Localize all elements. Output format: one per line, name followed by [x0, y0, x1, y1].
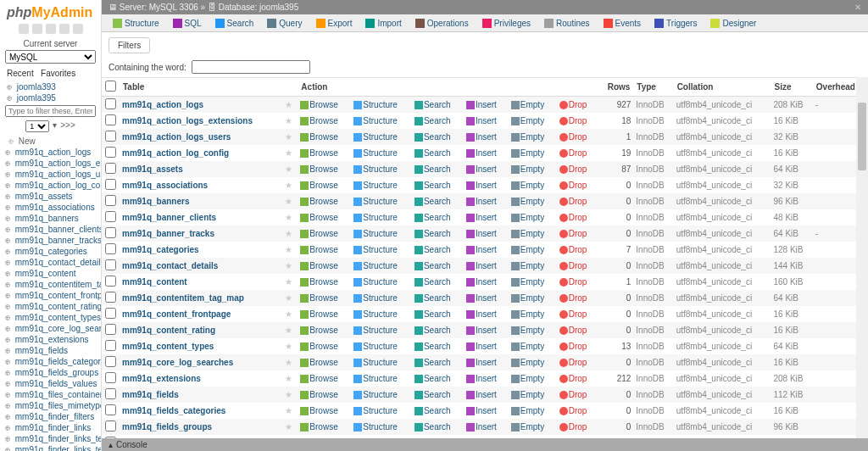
tree-table[interactable]: ⊕ mm91q_action_logs_users — [2, 169, 101, 180]
row-checkbox[interactable] — [105, 356, 116, 367]
tree-table[interactable]: ⊕ mm91q_action_logs_exten — [2, 158, 101, 169]
empty-action[interactable]: Empty — [511, 213, 544, 222]
insert-action[interactable]: Insert — [466, 277, 497, 287]
insert-action[interactable]: Insert — [466, 390, 497, 399]
star-icon[interactable]: ★ — [285, 326, 292, 335]
breadcrumb-db[interactable]: Database: joomla395 — [219, 3, 299, 12]
tree-table[interactable]: ⊕ mm91q_associations — [2, 202, 101, 213]
drop-action[interactable]: Drop — [559, 406, 587, 415]
search-action[interactable]: Search — [415, 197, 451, 206]
browse-action[interactable]: Browse — [300, 245, 337, 254]
empty-action[interactable]: Empty — [511, 197, 544, 206]
table-name-link[interactable]: mm91q_contentitem_tag_map — [122, 293, 244, 303]
structure-action[interactable]: Structure — [353, 229, 398, 238]
browse-action[interactable]: Browse — [300, 374, 337, 383]
table-name-link[interactable]: mm91q_content_rating — [122, 326, 215, 335]
empty-action[interactable]: Empty — [511, 293, 544, 303]
star-icon[interactable]: ★ — [285, 261, 292, 270]
browse-action[interactable]: Browse — [300, 422, 337, 432]
star-icon[interactable]: ★ — [285, 229, 292, 238]
structure-action[interactable]: Structure — [353, 326, 398, 335]
star-icon[interactable]: ★ — [285, 309, 292, 319]
empty-action[interactable]: Empty — [511, 277, 544, 287]
scrollbar-thumb[interactable] — [858, 103, 866, 170]
docs-icon[interactable] — [46, 24, 56, 34]
row-checkbox[interactable] — [105, 276, 116, 287]
tab-triggers[interactable]: Triggers — [648, 16, 703, 30]
table-name-link[interactable]: mm91q_content_frontpage — [122, 309, 231, 319]
tree-table[interactable]: ⊕ mm91q_content_rating — [2, 301, 101, 312]
search-action[interactable]: Search — [415, 229, 451, 238]
star-icon[interactable]: ★ — [285, 342, 292, 351]
drop-action[interactable]: Drop — [559, 245, 587, 254]
table-name-link[interactable]: mm91q_fields_groups — [122, 422, 212, 432]
browse-action[interactable]: Browse — [300, 116, 337, 125]
col-size[interactable]: Size — [771, 78, 812, 97]
tree-table[interactable]: ⊕ mm91q_action_logs — [2, 147, 101, 158]
reload-icon[interactable] — [73, 24, 83, 34]
insert-action[interactable]: Insert — [466, 229, 497, 238]
drop-action[interactable]: Drop — [559, 374, 587, 383]
drop-action[interactable]: Drop — [559, 293, 587, 303]
star-icon[interactable]: ★ — [285, 245, 292, 254]
tree-table[interactable]: ⊕ mm91q_action_log_config — [2, 180, 101, 191]
tree-db[interactable]: ⊕ joomla393 — [0, 81, 101, 92]
filters-chip[interactable]: Filters — [108, 37, 150, 53]
favorites-link[interactable]: Favorites — [41, 69, 75, 78]
tree-table[interactable]: ⊕ mm91q_files_containers — [2, 389, 101, 400]
browse-action[interactable]: Browse — [300, 100, 337, 109]
empty-action[interactable]: Empty — [511, 326, 544, 335]
structure-action[interactable]: Structure — [353, 374, 398, 383]
row-checkbox[interactable] — [105, 340, 116, 351]
structure-action[interactable]: Structure — [353, 422, 398, 432]
structure-action[interactable]: Structure — [353, 293, 398, 303]
browse-action[interactable]: Browse — [300, 309, 337, 319]
drop-action[interactable]: Drop — [559, 181, 587, 190]
empty-action[interactable]: Empty — [511, 309, 544, 319]
table-name-link[interactable]: mm91q_associations — [122, 181, 208, 190]
col-type[interactable]: Type — [633, 78, 673, 97]
empty-action[interactable]: Empty — [511, 390, 544, 399]
table-name-link[interactable]: mm91q_assets — [122, 164, 183, 174]
browse-action[interactable]: Browse — [300, 148, 337, 158]
col-collation[interactable]: Collation — [674, 78, 771, 97]
row-checkbox[interactable] — [105, 420, 116, 432]
search-action[interactable]: Search — [415, 358, 451, 367]
table-name-link[interactable]: mm91q_banner_tracks — [122, 229, 214, 238]
star-icon[interactable]: ★ — [285, 293, 292, 303]
search-action[interactable]: Search — [415, 374, 451, 383]
browse-action[interactable]: Browse — [300, 132, 337, 142]
drop-action[interactable]: Drop — [559, 358, 587, 367]
tree-table[interactable]: ⊕ mm91q_contact_details — [2, 257, 101, 268]
table-name-link[interactable]: mm91q_content_types — [122, 342, 214, 351]
empty-action[interactable]: Empty — [511, 245, 544, 254]
tree-table[interactable]: ⊕ mm91q_categories — [2, 246, 101, 257]
row-checkbox[interactable] — [105, 98, 116, 109]
empty-action[interactable]: Empty — [511, 164, 544, 174]
server-select[interactable]: MySQL — [5, 50, 96, 64]
tree-table[interactable]: ⊕ mm91q_extensions — [2, 334, 101, 345]
structure-action[interactable]: Structure — [353, 197, 398, 206]
drop-action[interactable]: Drop — [559, 326, 587, 335]
tree-table[interactable]: ⊕ mm91q_fields_groups — [2, 367, 101, 378]
row-checkbox[interactable] — [105, 388, 116, 399]
row-checkbox[interactable] — [105, 195, 116, 206]
tab-sql[interactable]: SQL — [167, 16, 208, 30]
search-action[interactable]: Search — [415, 261, 451, 270]
settings-icon[interactable] — [59, 24, 70, 34]
search-action[interactable]: Search — [415, 213, 451, 222]
browse-action[interactable]: Browse — [300, 213, 337, 222]
browse-action[interactable]: Browse — [300, 358, 337, 367]
tree-db[interactable]: ⊕ joomla395 — [0, 92, 101, 103]
row-checkbox[interactable] — [105, 292, 116, 303]
tab-export[interactable]: Export — [310, 16, 359, 30]
page-next[interactable]: >>> — [60, 120, 75, 132]
tree-table[interactable]: ⊕ mm91q_files_mimetypes — [2, 400, 101, 411]
tab-operations[interactable]: Operations — [409, 16, 475, 30]
vertical-scrollbar[interactable] — [856, 77, 868, 438]
recent-link[interactable]: Recent — [7, 69, 34, 78]
browse-action[interactable]: Browse — [300, 164, 337, 174]
insert-action[interactable]: Insert — [466, 148, 497, 158]
tab-events[interactable]: Events — [598, 16, 648, 30]
structure-action[interactable]: Structure — [353, 358, 398, 367]
